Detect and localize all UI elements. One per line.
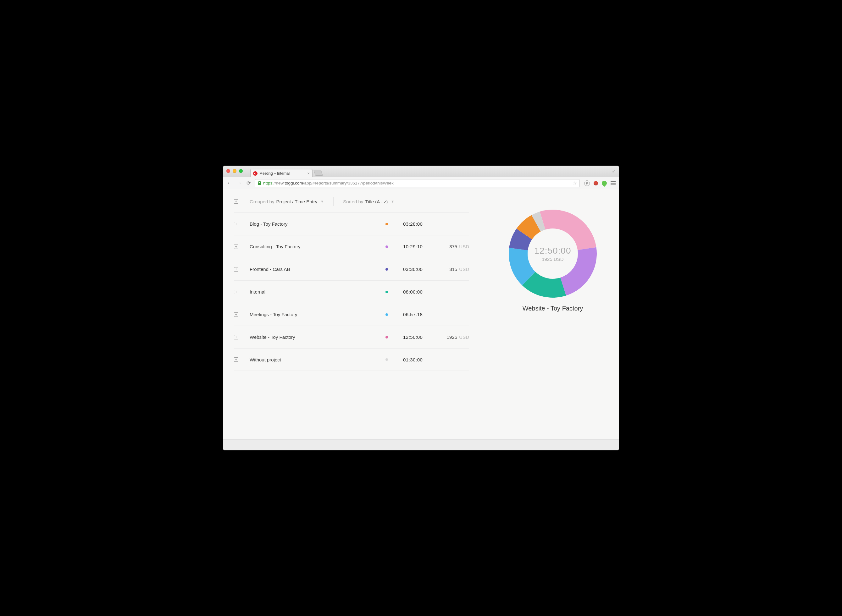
expand-row-button[interactable]: + [234, 357, 238, 362]
expand-icon[interactable]: ⤢ [612, 169, 616, 173]
project-color-dot [385, 336, 388, 339]
sort-by-dropdown[interactable]: Sorted by Title (A - z) ▼ [343, 199, 394, 204]
extension-red-icon[interactable] [594, 181, 598, 185]
project-duration: 01:30:00 [403, 357, 438, 362]
toggl-favicon-icon [253, 171, 257, 176]
report-table: +Blog - Toy Factory03:28:00+Consulting -… [234, 213, 469, 371]
project-name: Without project [250, 357, 385, 362]
donut-center-time: 12:50:00 [535, 246, 571, 256]
forward-button[interactable]: → [236, 180, 242, 186]
project-color-dot [385, 268, 388, 271]
table-row[interactable]: +Meetings - Toy Factory06:57:18 [234, 303, 469, 326]
new-tab-button[interactable] [313, 170, 323, 176]
expand-row-button[interactable]: + [234, 290, 238, 294]
page-content: + Grouped by Project / Time Entry ▼ Sort… [223, 189, 619, 450]
donut-chart[interactable]: 12:50:00 1925 USD [507, 208, 598, 299]
chevron-down-icon: ▼ [320, 199, 324, 203]
table-row[interactable]: +Frontend - Cars AB03:30:00315 USD [234, 258, 469, 280]
window-controls [226, 169, 243, 173]
table-row[interactable]: +Blog - Toy Factory03:28:00 [234, 213, 469, 235]
chevron-down-icon: ▼ [391, 199, 394, 203]
title-bar: Meeting – Internal × ⤢ [223, 166, 619, 177]
expand-row-button[interactable]: + [234, 222, 238, 226]
extension-green-icon[interactable] [601, 179, 608, 187]
group-by-value: Project / Time Entry [276, 199, 317, 204]
project-color-dot [385, 245, 388, 248]
project-duration: 03:28:00 [403, 221, 438, 227]
extension-p-icon[interactable]: P [584, 180, 590, 186]
project-name: Meetings - Toy Factory [250, 312, 385, 317]
table-row[interactable]: +Internal08:00:00 [234, 280, 469, 303]
project-name: Blog - Toy Factory [250, 221, 385, 227]
project-duration: 06:57:18 [403, 312, 438, 317]
donut-center: 12:50:00 1925 USD [535, 246, 571, 262]
project-name: Frontend - Cars AB [250, 267, 385, 272]
toolbar: ← → ⟳ https://new.toggl.com/app/#reports… [223, 177, 619, 189]
project-color-dot [385, 291, 388, 293]
url-text: https://new.toggl.com/app/#reports/summa… [263, 181, 569, 185]
menu-icon[interactable] [611, 181, 616, 185]
project-amount: 375 USD [438, 244, 469, 249]
reload-button[interactable]: ⟳ [245, 180, 251, 186]
back-button[interactable]: ← [226, 180, 233, 186]
project-duration: 12:50:00 [403, 334, 438, 340]
divider [333, 197, 334, 206]
table-row[interactable]: +Website - Toy Factory12:50:001925 USD [234, 326, 469, 348]
sort-by-value: Title (A - z) [365, 199, 388, 204]
group-by-label: Grouped by [250, 199, 274, 204]
project-color-dot [385, 358, 388, 361]
project-name: Consulting - Toy Factory [250, 244, 385, 249]
group-by-dropdown[interactable]: Grouped by Project / Time Entry ▼ [250, 199, 324, 204]
project-duration: 03:30:00 [403, 267, 438, 272]
extension-icons: P [583, 180, 616, 186]
close-tab-icon[interactable]: × [307, 171, 310, 176]
expand-row-button[interactable]: + [234, 335, 238, 339]
table-row[interactable]: +Consulting - Toy Factory10:29:10375 USD [234, 235, 469, 258]
project-color-dot [385, 313, 388, 316]
table-row[interactable]: +Without project01:30:00 [234, 348, 469, 371]
donut-slice[interactable] [540, 210, 597, 250]
project-amount: 315 USD [438, 267, 469, 272]
bookmark-star-icon[interactable]: ☆ [573, 180, 577, 186]
project-duration: 10:29:10 [403, 244, 438, 249]
minimize-window-button[interactable] [233, 169, 237, 173]
project-duration: 08:00:00 [403, 289, 438, 295]
lock-icon [257, 181, 261, 185]
close-window-button[interactable] [226, 169, 230, 173]
address-bar[interactable]: https://new.toggl.com/app/#reports/summa… [255, 179, 580, 187]
tab-title: Meeting – Internal [259, 171, 289, 176]
donut-panel: 12:50:00 1925 USD Website - Toy Factory [499, 208, 606, 312]
browser-window: Meeting – Internal × ⤢ ← → ⟳ https://new… [223, 166, 619, 450]
browser-tab[interactable]: Meeting – Internal × [250, 169, 313, 177]
sort-by-label: Sorted by [343, 199, 363, 204]
expand-row-button[interactable]: + [234, 267, 238, 271]
project-color-dot [385, 223, 388, 225]
project-name: Website - Toy Factory [250, 334, 385, 340]
expand-all-button[interactable]: + [234, 199, 238, 204]
donut-center-amount: 1925 USD [535, 257, 571, 262]
footer-strip [223, 439, 619, 450]
project-amount: 1925 USD [438, 334, 469, 340]
donut-selected-label: Website - Toy Factory [499, 305, 606, 312]
expand-row-button[interactable]: + [234, 245, 238, 249]
project-name: Internal [250, 289, 385, 295]
expand-row-button[interactable]: + [234, 312, 238, 317]
zoom-window-button[interactable] [239, 169, 243, 173]
